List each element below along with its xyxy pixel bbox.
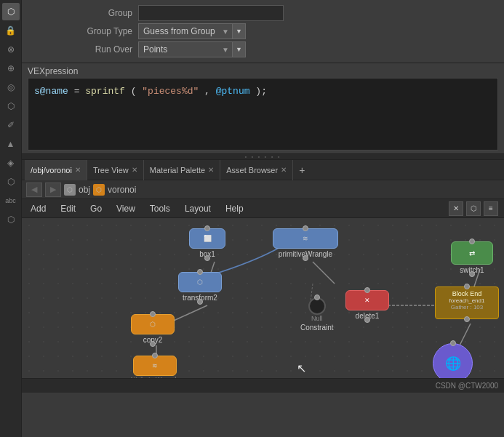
run-over-dropdown-btn[interactable]: ▼ (233, 41, 246, 57)
node-primitivewrangle-input-dot (303, 225, 308, 231)
node-foreach-end1-sublabel: foreach_end1 (440, 297, 494, 304)
node-copy2-output-dot (150, 341, 156, 347)
node-switch1-icon: ⇄ (469, 249, 475, 257)
tab-assetbrowser[interactable]: Asset Browser ✕ (220, 160, 293, 180)
node-primitivewrangle-icon: ≋ (303, 235, 308, 242)
group-input[interactable] (138, 5, 284, 21)
watermark-text: CSDN @CTW2000 (436, 382, 498, 390)
node-delete1[interactable]: ✕ delete1 (345, 287, 389, 323)
toolbar-btn-3[interactable]: ≡ (484, 201, 498, 216)
menu-tools[interactable]: Tools (147, 202, 173, 215)
properties-panel: Group Group Type Guess from Group ▼ ▼ Ru… (22, 0, 504, 63)
node-foreach-end1[interactable]: Block End foreach_end1 Gather : 103 (435, 284, 499, 322)
voronoi-icon[interactable]: ⬡ (93, 184, 105, 196)
run-over-label: Run Over (22, 44, 138, 55)
node-null-constraint-label: Constraint (300, 324, 334, 332)
tab-materialpalette-close-icon[interactable]: ✕ (208, 166, 214, 174)
group-type-dropdown-btn[interactable]: ▼ (233, 23, 246, 39)
node-copy2-icon: ⬡ (150, 321, 156, 328)
node-box1-input-dot (204, 225, 210, 231)
tab-voronoi-close-icon[interactable]: ✕ (75, 166, 81, 174)
breadcrumb: ⬡ obj ⬡ voronoi (64, 184, 136, 196)
vex-label: VEXpression (28, 66, 498, 76)
menu-layout[interactable]: Layout (182, 202, 214, 215)
node-primitivewrangle[interactable]: ≋ primitiveWrangle (273, 225, 338, 261)
node-copy2-box[interactable]: ⬡ (131, 314, 175, 334)
group-type-value: Guess from Group (143, 26, 215, 36)
sidebar-icon-8[interactable]: ▲ (2, 135, 20, 153)
node-dopnet1[interactable]: 🌐 O dopnet1 (433, 340, 473, 378)
sidebar-icon-10[interactable]: ⬡ (2, 173, 20, 191)
node-primitivewrangle-box[interactable]: ≋ (273, 228, 338, 249)
sidebar-icon-7[interactable]: ✐ (2, 116, 20, 134)
node-foreach-end1-output-dot (464, 316, 470, 322)
run-over-select-wrap: Points ▼ ▼ (138, 41, 246, 57)
menu-help[interactable]: Help (223, 202, 247, 215)
sidebar-icon-9[interactable]: ◈ (2, 154, 20, 172)
toolbar-right: ✕ ⬡ ≡ (449, 201, 498, 216)
node-switch1-box[interactable]: ⇄ (451, 241, 493, 265)
sidebar-icon-6[interactable]: ⬡ (2, 97, 20, 115)
tab-treeview-close-icon[interactable]: ✕ (132, 166, 137, 174)
nav-forward-button[interactable]: ▶ (45, 183, 61, 197)
group-type-row: Group Type Guess from Group ▼ ▼ (22, 23, 504, 39)
node-pointwrangle1[interactable]: ≋ Attribute Wrangle pointwrangle1 (129, 353, 180, 378)
nav-back-button[interactable]: ◀ (26, 183, 42, 197)
breadcrumb-voronoi[interactable]: voronoi (108, 185, 136, 195)
code-str-pieces: "pieces%d" (142, 86, 199, 97)
toolbar-btn-2[interactable]: ⬡ (466, 201, 481, 216)
tab-treeview[interactable]: Tree View ✕ (87, 160, 144, 180)
sidebar-icon-abc[interactable]: abc (2, 192, 20, 209)
run-over-row: Run Over Points ▼ ▼ (22, 41, 504, 57)
node-pointwrangle1-sublabel: Attribute Wrangle (129, 376, 180, 378)
node-box1-output-dot (204, 255, 210, 261)
toolbar-btn-1[interactable]: ✕ (449, 201, 463, 216)
node-copy2-input-dot (150, 311, 156, 317)
menu-add[interactable]: Add (28, 202, 49, 215)
node-foreach-end1-gather: Gather : 103 (440, 304, 494, 310)
node-switch1-input-dot (469, 238, 475, 244)
sidebar-icon-3[interactable]: ⊗ (2, 41, 20, 58)
group-type-select[interactable]: Guess from Group ▼ (138, 23, 233, 39)
tab-bar: /obj/voronoi ✕ Tree View ✕ Material Pale… (22, 160, 504, 180)
node-transform2-input-dot (197, 269, 203, 275)
vex-code-area[interactable]: s@name = sprintf ( "pieces%d" , @ptnum )… (28, 78, 498, 151)
obj-icon[interactable]: ⬡ (64, 184, 76, 196)
node-copy2[interactable]: ⬡ copy2 (131, 311, 175, 347)
sidebar-icon-1[interactable]: ⬡ (2, 3, 20, 20)
node-transform2[interactable]: ⬡ transform2 (178, 269, 222, 305)
connections-svg (22, 218, 504, 378)
node-box1-icon: ⬜ (204, 235, 212, 242)
code-op-paren-close: ); (255, 86, 267, 97)
menu-view[interactable]: View (113, 202, 138, 215)
tab-add-button[interactable]: + (293, 161, 311, 179)
tab-materialpalette[interactable]: Material Palette ✕ (144, 160, 220, 180)
node-switch1[interactable]: ⇄ switch1 (451, 238, 493, 277)
node-dopnet1-box[interactable]: 🌐 (433, 343, 473, 378)
node-canvas[interactable]: ≋ primitiveWrangle ⬜ box1 ⬡ tra (22, 218, 504, 378)
node-box1-box[interactable]: ⬜ (189, 228, 225, 249)
sidebar-icon-4[interactable]: ⊕ (2, 60, 20, 77)
node-toolbar: Add Edit Go View Tools Layout Help ✕ ⬡ ≡ (22, 199, 504, 218)
sidebar-icon-11[interactable]: ⬡ (2, 211, 20, 228)
node-null-constraint[interactable]: Null Constraint (300, 294, 334, 332)
menu-go[interactable]: Go (87, 202, 105, 215)
sidebar-icon-2[interactable]: 🔒 (2, 22, 20, 39)
node-box1[interactable]: ⬜ box1 (189, 225, 225, 261)
tab-voronoi[interactable]: /obj/voronoi ✕ (25, 160, 87, 180)
node-delete1-box[interactable]: ✕ (345, 290, 389, 310)
node-pointwrangle1-box[interactable]: ≋ (133, 356, 177, 376)
menu-edit[interactable]: Edit (57, 202, 79, 215)
code-var-s: s@name (34, 86, 68, 97)
vex-section: VEXpression s@name = sprintf ( "pieces%d… (22, 63, 504, 154)
node-transform2-box[interactable]: ⬡ (178, 272, 222, 292)
run-over-select[interactable]: Points ▼ (138, 41, 233, 57)
node-dopnet1-icon: 🌐 (445, 356, 461, 372)
group-label: Group (22, 8, 138, 18)
node-foreach-end1-box[interactable]: Block End foreach_end1 Gather : 103 (435, 286, 499, 319)
sidebar-icon-5[interactable]: ◎ (2, 79, 20, 96)
breadcrumb-obj[interactable]: obj (79, 185, 90, 195)
tab-assetbrowser-close-icon[interactable]: ✕ (281, 166, 287, 174)
tab-assetbrowser-label: Asset Browser (226, 166, 278, 175)
node-primitivewrangle-output-dot (303, 255, 308, 261)
